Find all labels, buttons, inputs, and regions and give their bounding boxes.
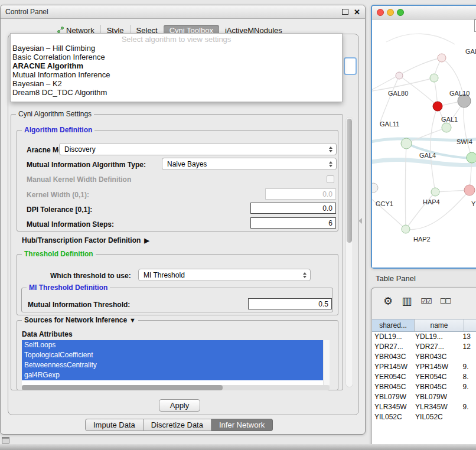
dpi-tolerance-field[interactable]: 0.0 (250, 203, 336, 214)
network-node[interactable] (438, 54, 446, 62)
tab-impute-data[interactable]: Impute Data (85, 419, 144, 431)
algorithm-dropdown-popup: Select algorithm to view settings Bayesi… (10, 33, 343, 102)
gear-icon[interactable]: ⚙ (383, 296, 393, 306)
panel-collapse-handle[interactable] (358, 218, 362, 224)
dropdown-item[interactable]: Bayesian – Hill Climbing (11, 44, 342, 53)
node-label: SWI4 (457, 138, 472, 145)
collapse-down-icon: ▼ (129, 317, 136, 324)
scrollbar-thumb[interactable] (22, 385, 223, 390)
mi-threshold-field[interactable]: 0.5 (248, 298, 332, 309)
node-label: HAP2 (413, 236, 431, 243)
node-label: GAL (465, 48, 476, 55)
dropdown-item-selected[interactable]: ARACNE Algorithm (11, 61, 342, 70)
bottom-tab-bar: Impute Data Discretize Data Infer Networ… (85, 419, 273, 431)
network-node[interactable] (433, 102, 442, 111)
node-label: GAL4 (419, 152, 436, 159)
combobox-value: Discovery (64, 145, 96, 154)
network-view-window: GAL80GAL10GALGAL11GAL1SWI4GAL4GCY1HAP4HA… (371, 5, 476, 269)
algorithm-combobox-fragment[interactable] (344, 57, 357, 75)
column-header-shared-name[interactable]: shared... (372, 319, 415, 332)
table-row[interactable]: YBR045CYBR045C9. (372, 382, 476, 392)
control-panel-titlebar: Control Panel ✕ (1, 5, 365, 19)
settings-vertical-scrollbar[interactable] (345, 117, 353, 387)
expand-right-icon: ▶ (144, 237, 149, 244)
list-item[interactable]: TopologicalCoefficient (22, 350, 323, 360)
table-row[interactable]: YDL19...YDL19...13 (372, 332, 476, 342)
tab-infer-network[interactable]: Infer Network (211, 419, 273, 431)
bottom-edge-bar (0, 444, 476, 450)
table-row[interactable]: YBR043CYBR043C (372, 352, 476, 362)
combobox-stepper-icon (327, 158, 334, 169)
network-node[interactable] (442, 123, 451, 132)
select-all-columns-icon[interactable]: ☑☑ (420, 298, 431, 305)
kernel-width-field[interactable]: 0.0 (265, 188, 336, 200)
column-header-cut[interactable] (464, 319, 476, 332)
window-title: Control Panel (5, 8, 48, 16)
minimize-traffic-light-icon[interactable] (387, 9, 394, 16)
attributes-vertical-scrollbar[interactable] (323, 340, 330, 385)
dropdown-item[interactable]: Basic Correlation Inference (11, 53, 342, 61)
table-row[interactable]: YDR27...YDR27...12 (372, 342, 476, 352)
scrollbar-thumb[interactable] (347, 119, 352, 243)
group-title: Algorithm Definition (22, 126, 94, 134)
table-header: shared... name (372, 319, 476, 332)
table-row[interactable]: YLR345WYLR345W9. (372, 402, 476, 412)
node-label: Y (471, 200, 476, 207)
table-row[interactable]: YIL052CYIL052C (372, 412, 476, 422)
manual-kernel-width-checkbox[interactable] (327, 175, 334, 183)
control-panel-window: Control Panel ✕ Network Style Select Cyn… (0, 5, 366, 435)
apply-button[interactable]: Apply (159, 399, 200, 412)
network-canvas[interactable]: GAL80GAL10GALGAL11GAL1SWI4GAL4GCY1HAP4HA… (372, 19, 476, 268)
hub-definition-expander[interactable]: Hub/Transcription Factor Definition ▶ (22, 236, 149, 244)
network-node[interactable] (402, 225, 410, 233)
mi-steps-label: Mutual Information Steps: (27, 220, 114, 229)
sources-title[interactable]: Sources for Network Inference (24, 316, 127, 324)
list-item[interactable]: gal4RGexp (22, 370, 323, 380)
tab-discretize-data[interactable]: Discretize Data (144, 419, 211, 431)
network-node[interactable] (464, 185, 475, 195)
node-label: HAP4 (423, 198, 440, 206)
deselect-all-columns-icon[interactable]: ☐☐ (440, 298, 451, 305)
combobox-value: Naive Bayes (167, 160, 207, 168)
node-label: GAL11 (380, 120, 399, 128)
network-node[interactable] (430, 74, 438, 82)
which-threshold-combobox[interactable]: MI Threshold (138, 269, 311, 281)
network-node[interactable] (401, 138, 412, 149)
group-title: MI Threshold Definition (27, 283, 110, 292)
float-window-icon[interactable] (342, 9, 348, 15)
columns-icon[interactable]: ▥ (402, 296, 412, 306)
group-title: Cyni Algorithm Settings (16, 110, 94, 118)
table-body: YDL19...YDL19...13 YDR27...YDR27...12 YB… (372, 332, 476, 449)
network-node[interactable] (431, 188, 439, 196)
list-item[interactable]: SelfLoops (22, 340, 323, 350)
network-node[interactable] (467, 152, 476, 163)
mi-steps-field[interactable]: 6 (250, 217, 336, 229)
attributes-horizontal-scrollbar[interactable] (22, 385, 330, 390)
network-node[interactable] (372, 183, 378, 193)
network-node[interactable] (396, 72, 403, 79)
network-graph[interactable]: GAL80GAL10GALGAL11GAL1SWI4GAL4GCY1HAP4HA… (372, 19, 476, 268)
close-icon[interactable]: ✕ (354, 8, 360, 16)
table-row[interactable]: YPR145WYPR145W9. (372, 362, 476, 372)
column-header-name[interactable]: name (415, 319, 464, 332)
hub-definition-label: Hub/Transcription Factor Definition (22, 236, 141, 244)
list-item[interactable]: BetweennessCentrality (22, 360, 323, 370)
table-row[interactable]: YER054CYER054C8. (372, 372, 476, 382)
combobox-stepper-icon (301, 269, 308, 281)
close-traffic-light-icon[interactable] (377, 9, 384, 16)
data-attributes-label: Data Attributes (22, 330, 73, 338)
table-toolbar: ⚙ ▥ ☑☑ ☐☐ (371, 289, 476, 314)
table-row[interactable]: YBL079WYBL079W (372, 392, 476, 402)
mi-algorithm-type-combobox[interactable]: Naive Bayes (162, 158, 337, 170)
desktop: Control Panel ✕ Network Style Select Cyn… (0, 0, 476, 450)
dpi-tolerance-label: DPI Tolerance [0,1]: (27, 206, 92, 214)
group-title: Threshold Definition (22, 250, 96, 258)
dropdown-item[interactable]: Dream8 DC_TDC Algorithm (11, 88, 342, 97)
zoom-traffic-light-icon[interactable] (397, 9, 404, 16)
node-label: GAL1 (441, 116, 458, 123)
manual-kernel-width-label: Manual Kernel Width Definition (27, 175, 131, 184)
minimized-panel-icon[interactable] (2, 437, 9, 444)
dropdown-item[interactable]: Bayesian – K2 (11, 79, 342, 88)
aracne-mode-combobox[interactable]: Discovery (59, 143, 337, 155)
dropdown-item[interactable]: Mutual Information Inference (11, 70, 342, 79)
